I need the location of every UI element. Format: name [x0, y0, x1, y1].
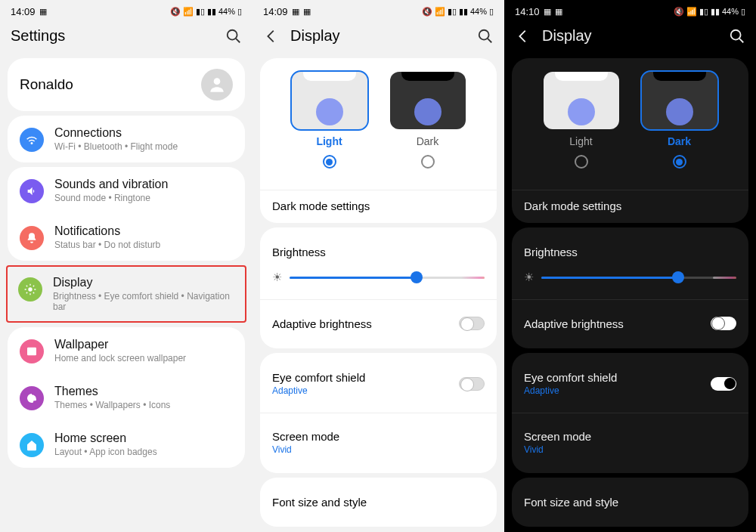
bell-icon: [20, 226, 44, 250]
radio-off-icon: [575, 155, 588, 169]
dark-preview: [642, 72, 717, 129]
wifi-icon: 📶: [183, 7, 194, 17]
screenmode-sub: Vivid: [272, 444, 485, 455]
settings-group-3: Wallpaper Home and lock screen wallpaper…: [8, 327, 245, 468]
screen-display-light: 14:09 ▦ ▦ 🔇 📶 ▮▯ ▮▮ 44% ▯ Display Light: [253, 0, 504, 532]
battery-icon: ▯: [237, 7, 242, 17]
avatar-icon: [201, 69, 233, 101]
sun-icon: ☀: [524, 271, 534, 284]
item-sub: Brightness • Eye comfort shield • Naviga…: [53, 291, 234, 312]
signal2-icon: ▮▮: [207, 7, 216, 17]
toggle-off-icon: [459, 317, 485, 330]
appbar: Settings: [0, 20, 253, 54]
item-homescreen[interactable]: Home screen Layout • App icon badges: [8, 421, 245, 468]
dark-mode-settings-link[interactable]: Dark mode settings: [524, 200, 736, 212]
font-panel[interactable]: Font size and style: [512, 478, 748, 527]
eye-sub: Adaptive: [272, 385, 365, 396]
wifi-icon: [20, 128, 44, 152]
brightness-label: Brightness: [272, 246, 326, 258]
eye-label: Eye comfort shield: [272, 371, 365, 384]
brightness-slider[interactable]: ☀: [524, 266, 736, 290]
font-label: Font size and style: [524, 496, 618, 509]
signal-icon: ▮▯: [196, 7, 205, 17]
toggle-off-icon: [711, 317, 736, 330]
item-connections[interactable]: Connections Wi-Fi • Bluetooth • Flight m…: [8, 116, 245, 162]
battery-icon: ▯: [741, 7, 745, 17]
battery-text: 44%: [722, 7, 739, 16]
item-sub: Wi-Fi • Bluetooth • Flight mode: [54, 141, 233, 152]
theme-option-dark[interactable]: Dark: [390, 72, 466, 172]
theme-option-light[interactable]: Light: [544, 72, 619, 172]
eye-comfort-row[interactable]: Eye comfort shield Adaptive: [272, 363, 485, 404]
adaptive-label: Adaptive brightness: [272, 317, 372, 330]
item-label: Connections: [54, 126, 233, 140]
item-label: Sounds and vibration: [54, 178, 233, 191]
item-notifications[interactable]: Notifications Status bar • Do not distur…: [8, 214, 245, 261]
eye-sub: Adaptive: [524, 385, 617, 396]
item-wallpaper[interactable]: Wallpaper Home and lock screen wallpaper: [8, 327, 245, 374]
signal-icon: ▮▯: [448, 7, 457, 17]
statusbar: 14:09 ▦ ▦ 🔇 📶 ▮▯ ▮▮ 44% ▯: [253, 0, 504, 20]
item-themes[interactable]: Themes Themes • Wallpapers • Icons: [8, 374, 245, 421]
status-app-icon: ▦: [39, 7, 47, 17]
sun-icon: ☀: [272, 271, 282, 284]
screenmode-sub: Vivid: [524, 444, 736, 455]
svg-point-2: [28, 287, 32, 291]
item-sub: Themes • Wallpapers • Icons: [54, 400, 233, 410]
light-preview: [292, 72, 367, 129]
theme-label: Light: [292, 135, 367, 147]
item-sounds[interactable]: Sounds and vibration Sound mode • Ringto…: [8, 167, 245, 214]
search-icon[interactable]: [477, 28, 494, 45]
mute-icon: 🔇: [674, 7, 684, 17]
font-label: Font size and style: [272, 496, 367, 509]
theme-option-dark[interactable]: Dark: [642, 72, 717, 172]
screen-mode-row[interactable]: Screen mode Vivid: [524, 422, 736, 462]
statusbar: 14:09 ▦ 🔇 📶 ▮▯ ▮▮ 44% ▯: [0, 0, 253, 20]
search-icon[interactable]: [729, 28, 745, 45]
brightness-slider[interactable]: ☀: [272, 266, 485, 290]
battery-text: 44%: [218, 7, 235, 16]
image-icon: [20, 339, 44, 363]
svg-point-4: [479, 29, 489, 39]
status-app-icon: ▦: [303, 7, 311, 17]
page-title: Settings: [11, 27, 215, 45]
profile-card[interactable]: Ronaldo: [8, 58, 245, 111]
svg-point-1: [214, 78, 221, 85]
status-time: 14:09: [263, 6, 288, 17]
brightness-panel: Brightness ☀ Adaptive brightness: [512, 227, 748, 348]
item-label: Notifications: [54, 224, 233, 238]
adaptive-brightness-row[interactable]: Adaptive brightness: [524, 309, 736, 338]
eye-label: Eye comfort shield: [524, 371, 617, 384]
profile-name: Ronaldo: [20, 76, 73, 93]
item-display-highlighted[interactable]: Display Brightness • Eye comfort shield …: [6, 265, 246, 323]
brightness-panel: Brightness ☀ Adaptive brightness: [260, 227, 497, 348]
item-sub: Status bar • Do not disturb: [54, 240, 233, 250]
battery-icon: ▯: [489, 7, 494, 17]
adaptive-brightness-row[interactable]: Adaptive brightness: [272, 309, 485, 338]
search-icon[interactable]: [225, 28, 242, 45]
signal2-icon: ▮▮: [711, 7, 720, 17]
theme-label: Light: [544, 135, 619, 147]
screen-display-dark: 14:10 ▦ ▦ 🔇 📶 ▮▯ ▮▮ 44% ▯ Display Light: [504, 0, 756, 532]
dark-mode-settings-link[interactable]: Dark mode settings: [272, 200, 485, 212]
palette-icon: [20, 386, 44, 410]
font-panel[interactable]: Font size and style: [260, 478, 497, 527]
theme-label: Dark: [642, 135, 717, 147]
svg-rect-3: [27, 348, 36, 356]
radio-on-icon: [673, 155, 686, 169]
status-time: 14:10: [515, 6, 540, 17]
comfort-panel: Eye comfort shield Adaptive Screen mode …: [512, 353, 748, 473]
item-label: Display: [53, 276, 234, 289]
item-label: Home screen: [54, 431, 233, 445]
screen-settings: 14:09 ▦ 🔇 📶 ▮▯ ▮▮ 44% ▯ Settings Ronaldo: [0, 0, 253, 532]
back-icon[interactable]: [263, 28, 280, 45]
theme-option-light[interactable]: Light: [292, 72, 367, 172]
screen-mode-row[interactable]: Screen mode Vivid: [272, 422, 485, 462]
battery-text: 44%: [470, 7, 487, 16]
eye-comfort-row[interactable]: Eye comfort shield Adaptive: [524, 363, 736, 404]
theme-panel: Light Dark Dark mode settings: [512, 58, 748, 223]
mute-icon: 🔇: [422, 7, 432, 17]
status-app-icon: ▦: [544, 7, 551, 17]
item-sub: Layout • App icon badges: [54, 447, 233, 457]
back-icon[interactable]: [515, 28, 531, 45]
